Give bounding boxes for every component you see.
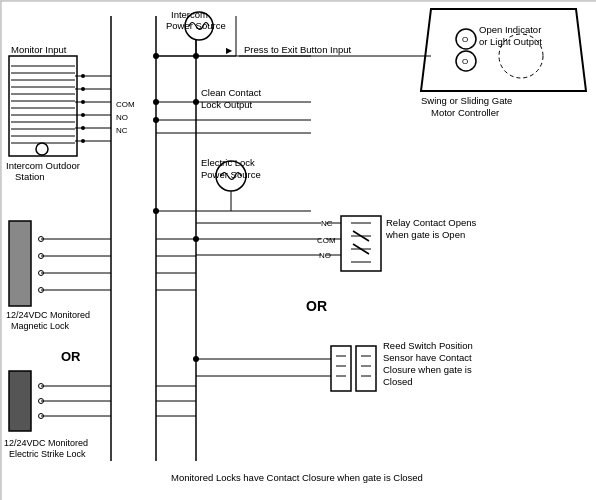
mag-lock-label2: Magnetic Lock xyxy=(11,321,70,331)
svg-rect-42 xyxy=(9,221,31,306)
svg-marker-58 xyxy=(421,9,586,91)
press-to-exit-label: Press to Exit Button Input xyxy=(244,44,352,55)
pto-arrow: ▶ xyxy=(226,46,233,55)
intercom-power-label2: Power Source xyxy=(166,20,226,31)
relay-contact-label2: when gate is Open xyxy=(385,229,465,240)
or1-label: OR xyxy=(61,349,81,364)
clean-contact-label2: Lock Output xyxy=(201,99,253,110)
svg-point-14 xyxy=(36,143,48,155)
strike-lock-label: 12/24VDC Monitored xyxy=(4,438,88,448)
open-indicator-label: Open Indicator xyxy=(479,24,541,35)
reed-switch-label4: Closed xyxy=(383,376,413,387)
svg-rect-63 xyxy=(341,216,381,271)
svg-point-105 xyxy=(153,208,159,214)
wiring-diagram: Monitor Input Intercom Outdoor Station xyxy=(0,0,596,500)
svg-point-89 xyxy=(153,99,159,105)
svg-rect-1 xyxy=(9,56,77,156)
strike-lock-label2: Electric Strike Lock xyxy=(9,449,86,459)
intercom-outdoor-label: Intercom Outdoor xyxy=(6,160,80,171)
clean-contact-label: Clean Contact xyxy=(201,87,262,98)
circle-o-label: O xyxy=(462,35,468,44)
svg-point-92 xyxy=(153,53,159,59)
svg-point-93 xyxy=(193,99,199,105)
relay-contact-label: Relay Contact Opens xyxy=(386,217,477,228)
circle-o2-label: O xyxy=(462,57,468,66)
swing-gate-label: Swing or Sliding Gate xyxy=(421,95,512,106)
svg-rect-76 xyxy=(331,346,351,391)
intercom-outdoor-label2: Station xyxy=(15,171,45,182)
monitored-locks-label: Monitored Locks have Contact Closure whe… xyxy=(171,472,423,483)
electric-lock-power-label: Electric Lock xyxy=(201,157,255,168)
svg-rect-77 xyxy=(356,346,376,391)
relay-com-label: COM xyxy=(317,236,336,245)
swing-gate-label2: Motor Controller xyxy=(431,107,499,118)
svg-rect-51 xyxy=(9,371,31,431)
svg-point-91 xyxy=(193,53,199,59)
no-label: NO xyxy=(116,113,128,122)
monitor-input-label: Monitor Input xyxy=(11,44,67,55)
reed-switch-label: Reed Switch Position xyxy=(383,340,473,351)
open-indicator-label2: or Light Output xyxy=(479,36,542,47)
com-label: COM xyxy=(116,100,135,109)
nc-label: NC xyxy=(116,126,128,135)
or2-label: OR xyxy=(306,298,327,314)
reed-switch-label3: Closure when gate is xyxy=(383,364,472,375)
svg-point-90 xyxy=(153,117,159,123)
electric-lock-power-label2: Power Source xyxy=(201,169,261,180)
reed-switch-label2: Sensor have Contact xyxy=(383,352,472,363)
mag-lock-label: 12/24VDC Monitored xyxy=(6,310,90,320)
svg-point-95 xyxy=(193,356,199,362)
intercom-power-label: Intercom xyxy=(171,9,208,20)
